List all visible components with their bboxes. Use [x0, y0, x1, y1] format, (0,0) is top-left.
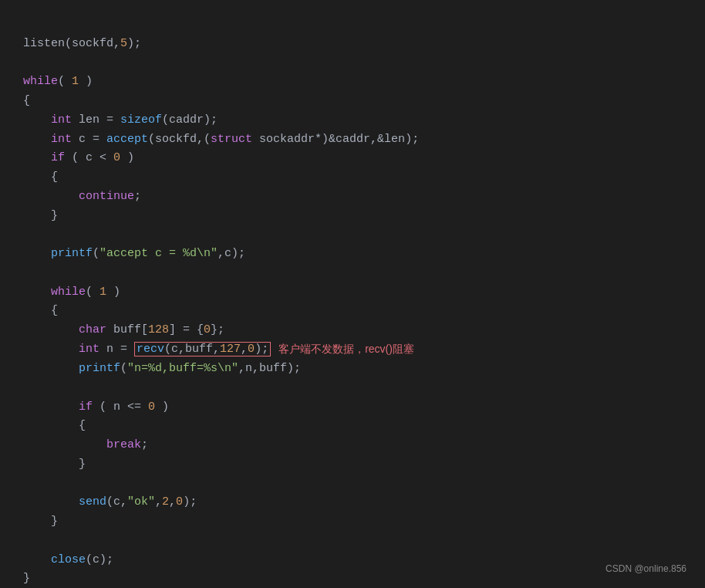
code-container: listen(sockfd,5); while( 1 ) { int len =…: [23, 15, 682, 588]
recv-annotation: 客户端不发数据，recv()阻塞: [278, 343, 414, 355]
watermark: CSDN @online.856: [605, 563, 686, 574]
line-while-outer: while( 1 ): [23, 75, 93, 88]
line-brace-n-close: }: [23, 458, 86, 471]
line-close: close(c);: [23, 553, 113, 566]
line-brace-inner-close: }: [23, 515, 58, 528]
line-int-len: int len = sizeof(caddr);: [23, 113, 218, 127]
line-brace-outer-open: {: [23, 94, 30, 107]
line-send: send(c,"ok",2,0);: [23, 495, 197, 509]
line-char-buff: char buff[128] = {0};: [23, 323, 224, 336]
line-brace-inner-open: {: [23, 304, 58, 317]
line-listen: listen(sockfd,5);: [23, 37, 141, 50]
line-brace-if-open: {: [23, 171, 58, 184]
line-int-c: int c = accept(sockfd,(struct sockaddr*)…: [23, 133, 419, 146]
line-continue: continue;: [23, 190, 141, 203]
line-int-n: int n = recv(c,buff,127,0);客户端不发数据，recv(…: [23, 343, 414, 356]
line-brace-if-close: }: [23, 209, 58, 222]
line-break: break;: [23, 438, 148, 451]
line-brace-n-open: {: [23, 419, 86, 432]
line-printf-n: printf("n=%d,buff=%s\n",n,buff);: [23, 362, 301, 375]
line-if-c: if ( c < 0 ): [23, 151, 134, 164]
line-while-inner: while( 1 ): [23, 286, 120, 299]
recv-highlight: recv(c,buff,127,0);: [134, 342, 271, 357]
line-printf-accept: printf("accept c = %d\n",c);: [23, 247, 245, 260]
line-brace-outer-close: }: [23, 572, 30, 585]
line-if-n: if ( n <= 0 ): [23, 400, 169, 414]
